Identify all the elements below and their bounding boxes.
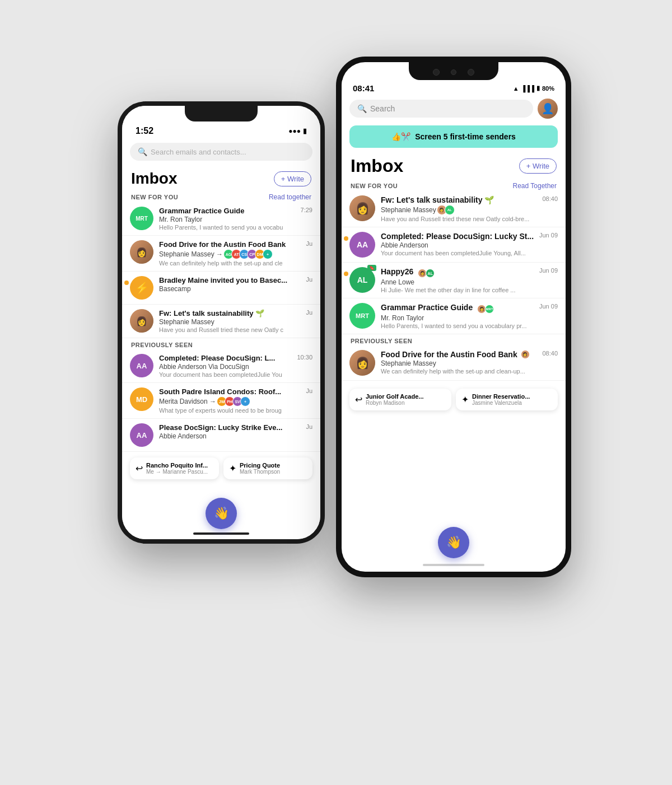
right-screen: 08:41 ▲ ▐▐▐ ▮ 80% 🔍 Search — [342, 62, 566, 572]
right-quick-card-1[interactable]: ↩ Junior Golf Acade... Robyn Madison — [349, 389, 451, 410]
left-time-2: Ju — [306, 240, 312, 247]
left-quick-card-2[interactable]: ✦ Pricing Quote Mark Thompson — [223, 457, 312, 479]
left-section-new: NEW FOR YOU Read together — [122, 190, 320, 202]
right-inbox-title: Imbox — [351, 156, 403, 176]
left-email-7-content: Please DocSign: Lucky Strike Eve... Ju A… — [159, 423, 312, 441]
left-email-4-content: Fw: Let's talk sustainability 🌱 Ju Steph… — [159, 309, 312, 333]
left-time-7: Ju — [306, 423, 312, 430]
left-email-5-content: Completed: Please DocuSign: L... 10:30 A… — [159, 354, 312, 378]
left-status-icons: ●●● ▮ — [288, 127, 307, 135]
right-sender-2: Abbie Anderson — [381, 241, 558, 249]
right-email-5[interactable]: 👩 Food Drive for the Austin Food Bank 👩 … — [342, 345, 566, 381]
right-preview-2: Your document has been completedJulie Yo… — [381, 250, 558, 256]
left-inbox-header: Imbox + Write — [122, 165, 320, 190]
left-avatar-1: MRT — [130, 207, 153, 230]
right-section-new-title: NEW FOR YOU — [351, 183, 398, 189]
right-section-prev: PREVIOUSLY SEEN — [342, 334, 566, 345]
left-sender-3: Basecamp — [159, 285, 312, 293]
right-user-avatar[interactable]: 👤 — [538, 99, 558, 119]
battery-icon: ▮ — [303, 127, 307, 135]
right-email-1[interactable]: 👩 Fw: Let's talk sustainability 🌱 08:40 … — [342, 191, 566, 227]
left-time: 1:52 — [136, 126, 153, 136]
left-email-2[interactable]: 👩 Food Drive for the Austin Food Bank Ju… — [122, 236, 320, 272]
right-preview-3: Hi Julie- We met the other day in line f… — [381, 287, 558, 293]
right-email-3-content: Happy26 👩 AL Jun 09 Anne Lowe Hi Julie- … — [381, 267, 558, 293]
left-fab-button[interactable]: 👋 — [206, 498, 237, 529]
left-time-5: 10:30 — [297, 354, 312, 361]
right-search-row: 🔍 Search 👤 — [342, 95, 566, 122]
right-wifi-icon: ▲ — [513, 85, 519, 92]
right-preview-1: Have you and Russell tried these new Oat… — [381, 216, 558, 222]
right-preview-5: We can definitely help with the set-up a… — [381, 368, 558, 375]
right-battery-pct: 80% — [542, 85, 554, 92]
phones-container: 1:52 ●●● ▮ 🔍 Search emails and contacts.… — [84, 57, 588, 728]
left-write-button[interactable]: + Write — [274, 171, 311, 186]
right-read-together[interactable]: Read Together — [512, 182, 557, 190]
right-sender-3: Anne Lowe — [381, 278, 558, 286]
left-quick-card-1[interactable]: ↩ Rancho Poquito Inf... Me → Marianne Pa… — [130, 457, 219, 479]
right-write-button[interactable]: + Write — [519, 158, 557, 174]
right-search-placeholder: Search — [370, 104, 395, 113]
left-sender-2: Stephanie Massey → AG AT CS CP DM + — [159, 249, 312, 259]
left-email-4[interactable]: 👩 Fw: Let's talk sustainability 🌱 Ju Ste… — [122, 305, 320, 338]
left-search-bar[interactable]: 🔍 Search emails and contacts... — [130, 143, 312, 161]
right-search-icon: 🔍 — [357, 104, 367, 113]
right-section-prev-title: PREVIOUSLY SEEN — [351, 338, 412, 344]
right-fab-button[interactable]: 👋 — [438, 527, 469, 558]
left-quick-icon-2: ✦ — [229, 463, 236, 474]
left-avatar-6: MD — [130, 387, 153, 411]
left-time-1: 7:29 — [301, 207, 312, 213]
left-status-bar: 1:52 ●●● ▮ — [122, 122, 320, 138]
left-sender-4: Stephanie Massey — [159, 318, 312, 326]
left-subject-7: Please DocSign: Lucky Strike Eve... — [159, 423, 302, 432]
left-notch — [185, 106, 258, 122]
right-quick-content-2: Dinner Reservatio... Jasmine Valenzuela — [472, 393, 530, 406]
right-time-4: Jun 09 — [539, 303, 558, 310]
left-email-1-content: Grammar Practice Guide 7:29 Mr. Ron Tayl… — [159, 207, 312, 231]
left-email-7[interactable]: AA Please DocSign: Lucky Strike Eve... J… — [122, 419, 320, 452]
right-status-icons: ▲ ▐▐▐ ▮ 80% — [513, 85, 554, 92]
left-email-2-content: Food Drive for the Austin Food Bank Ju S… — [159, 240, 312, 267]
right-email-4[interactable]: MRT Grammar Practice Guide 👩 MRT — [342, 298, 566, 334]
right-search-bar[interactable]: 🔍 Search — [349, 100, 533, 118]
left-time-3: Ju — [306, 276, 312, 283]
left-subject-5: Completed: Please DocuSign: L... — [159, 354, 293, 362]
right-time-5: 08:40 — [542, 350, 558, 357]
right-subject-2: Completed: Please DocuSign: Lucky St... — [381, 232, 536, 241]
left-email-3[interactable]: ⚡ Bradley Maine invited you to Basec... … — [122, 272, 320, 305]
left-read-together[interactable]: Read together — [269, 193, 311, 201]
right-avatar-4-wrapper: MRT — [349, 303, 375, 329]
right-email-3[interactable]: AL 🔖 Happy26 👩 AL — [342, 263, 566, 298]
right-subject-4: Grammar Practice Guide 👩 MRT — [381, 303, 536, 314]
right-avatar-5: 👩 — [349, 350, 375, 376]
left-email-1[interactable]: MRT Grammar Practice Guide 7:29 Mr. Ron … — [122, 202, 320, 236]
left-avatar-4: 👩 — [130, 309, 153, 333]
left-search-placeholder: Search emails and contacts... — [151, 148, 246, 156]
right-email-2[interactable]: AA Completed: Please DocuSign: Lucky St.… — [342, 227, 566, 263]
left-avatar-3: ⚡ — [130, 276, 153, 300]
left-preview-2: We can definitely help with the set-up a… — [159, 260, 312, 267]
right-quick-card-2[interactable]: ✦ Dinner Reservatio... Jasmine Valenzuel… — [456, 389, 558, 410]
left-section-prev: PREVIOUSLY SEEN — [122, 338, 320, 349]
left-preview-4: Have you and Russell tried these new Oat… — [159, 326, 312, 333]
left-section-prev-title: PREVIOUSLY SEEN — [131, 342, 193, 348]
left-quick-icon-1: ↩ — [136, 463, 143, 474]
right-section-new: NEW FOR YOU Read Together — [342, 179, 566, 191]
right-email-2-content: Completed: Please DocuSign: Lucky St... … — [381, 232, 558, 256]
left-screen: 1:52 ●●● ▮ 🔍 Search emails and contacts.… — [122, 106, 320, 539]
right-banner[interactable]: 👍✂️ Screen 5 first-time senders — [349, 125, 558, 148]
left-subject-2: Food Drive for the Austin Food Bank — [159, 240, 302, 249]
right-sender-4: Mr. Ron Taylor — [381, 314, 558, 322]
right-time-3: Jun 09 — [539, 267, 558, 274]
right-time: 08:41 — [353, 83, 374, 93]
right-sender-1: Stephanie Massey 👩 AL — [381, 205, 558, 215]
right-avatar-3-wrapper: AL 🔖 — [349, 267, 375, 293]
right-subject-5: Food Drive for the Austin Food Bank 👩 — [381, 350, 539, 359]
left-email-5[interactable]: AA Completed: Please DocuSign: L... 10:3… — [122, 349, 320, 383]
right-sender-5: Stephanie Massey — [381, 359, 558, 367]
right-quick-content-1: Junior Golf Acade... Robyn Madison — [366, 393, 424, 406]
right-email-1-content: Fw: Let's talk sustainability 🌱 08:40 St… — [381, 195, 558, 222]
left-email-6[interactable]: MD South Padre Island Condos: Roof... Ju… — [122, 383, 320, 419]
left-email-3-content: Bradley Maine invited you to Basec... Ju… — [159, 276, 312, 293]
left-sender-1: Mr. Ron Taylor — [159, 216, 312, 223]
